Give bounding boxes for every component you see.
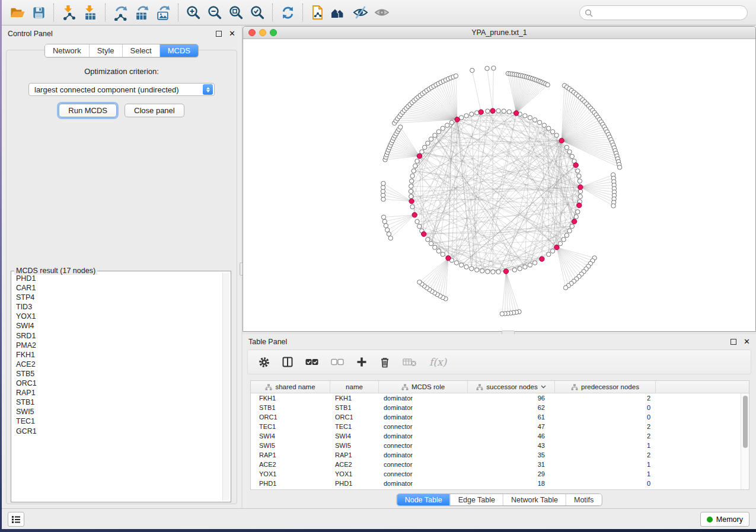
mcds-hub-node[interactable] (559, 138, 564, 143)
deselect-all-rows-button[interactable] (331, 354, 344, 370)
create-column-button[interactable] (356, 354, 367, 370)
save-session-button[interactable] (28, 3, 49, 22)
network-node[interactable] (550, 130, 554, 134)
table-cell[interactable]: connector (379, 422, 468, 431)
network-node[interactable] (454, 74, 458, 78)
import-network-button[interactable] (58, 3, 79, 22)
network-canvas[interactable] (243, 39, 755, 331)
network-node[interactable] (409, 184, 413, 188)
table-cell[interactable]: PHD1 (330, 479, 379, 488)
network-node[interactable] (564, 145, 569, 149)
mcds-hub-node[interactable] (412, 213, 417, 217)
zoom-in-button[interactable] (183, 3, 204, 22)
network-node[interactable] (409, 194, 413, 198)
network-node[interactable] (542, 123, 546, 127)
network-node[interactable] (492, 66, 496, 70)
table-cell[interactable]: 18 (468, 479, 555, 488)
network-node[interactable] (436, 130, 441, 134)
network-node[interactable] (415, 219, 419, 223)
network-node[interactable] (563, 286, 567, 290)
table-cell[interactable]: connector (379, 441, 468, 450)
tab-node-table[interactable]: Node Table (397, 494, 450, 505)
network-node[interactable] (528, 116, 532, 120)
float-table-panel-button[interactable] (731, 339, 736, 345)
network-node[interactable] (459, 263, 463, 267)
table-cell[interactable]: 2 (555, 431, 656, 441)
table-cell[interactable]: 1 (555, 441, 656, 450)
mcds-result-item[interactable]: CAR1 (16, 283, 221, 293)
network-node[interactable] (381, 181, 385, 185)
network-node[interactable] (537, 120, 541, 124)
mcds-result-item[interactable]: SRD1 (16, 331, 221, 341)
network-node[interactable] (480, 269, 484, 273)
network-window-titlebar[interactable]: YPA_prune.txt_1 (243, 27, 755, 39)
table-cell[interactable]: STB1 (330, 403, 379, 412)
table-cell[interactable]: PHD1 (251, 479, 330, 488)
close-table-panel-button[interactable]: ✕ (744, 339, 750, 345)
open-session-button[interactable] (7, 3, 28, 22)
network-node[interactable] (426, 141, 430, 145)
table-cell[interactable]: dominator (379, 450, 468, 460)
network-node[interactable] (429, 137, 433, 141)
network-node[interactable] (417, 280, 422, 284)
table-row[interactable]: SWI5SWI5connector431 (251, 441, 741, 450)
export-network-button[interactable] (110, 3, 131, 22)
mcds-result-item[interactable]: TID3 (16, 302, 221, 312)
network-node[interactable] (578, 194, 582, 198)
table-cell[interactable]: 0 (555, 403, 656, 412)
network-node[interactable] (436, 249, 441, 253)
table-cell[interactable]: dominator (379, 393, 468, 403)
table-cell[interactable]: 47 (468, 422, 555, 431)
delete-column-button[interactable] (379, 354, 390, 370)
network-node[interactable] (502, 109, 506, 113)
table-cell[interactable]: 1 (555, 460, 656, 469)
mcds-hub-node[interactable] (573, 163, 578, 168)
network-node[interactable] (570, 224, 574, 228)
network-node[interactable] (410, 204, 414, 209)
table-cell[interactable]: YOX1 (330, 469, 379, 479)
table-cell[interactable]: ORC1 (330, 412, 379, 422)
network-node[interactable] (475, 268, 479, 272)
network-node[interactable] (417, 224, 422, 228)
network-node[interactable] (546, 83, 550, 87)
hide-graphics-details-button[interactable] (350, 3, 371, 22)
table-cell[interactable]: 96 (468, 393, 555, 403)
mcds-hub-node[interactable] (490, 108, 495, 113)
column-header-successor-nodes[interactable]: successor nodes (468, 381, 555, 393)
import-table-button[interactable] (79, 3, 101, 22)
network-overview-button[interactable] (328, 3, 350, 22)
mcds-result-item[interactable]: GCR1 (16, 427, 221, 436)
network-node[interactable] (470, 68, 474, 72)
network-node[interactable] (381, 215, 385, 219)
table-cell[interactable]: TEC1 (251, 422, 330, 431)
mcds-hub-node[interactable] (577, 203, 582, 207)
network-node[interactable] (382, 219, 387, 223)
zoom-fit-button[interactable] (225, 3, 247, 22)
network-node[interactable] (412, 169, 416, 173)
table-cell[interactable]: dominator (379, 412, 468, 422)
network-node[interactable] (470, 267, 474, 271)
close-control-panel-button[interactable]: ✕ (229, 31, 235, 37)
table-cell[interactable]: SWI4 (330, 431, 379, 441)
network-node[interactable] (547, 126, 551, 130)
mcds-result-item[interactable]: PHD1 (16, 274, 221, 283)
network-node[interactable] (409, 189, 413, 193)
mcds-result-item[interactable]: SWI5 (16, 407, 221, 416)
network-node[interactable] (578, 179, 582, 183)
table-cell[interactable]: 61 (468, 412, 555, 422)
table-cell[interactable]: SWI5 (330, 441, 379, 450)
show-columns-button[interactable] (282, 354, 293, 370)
table-row[interactable]: ORC1ORC1dominator610 (251, 412, 741, 422)
network-node[interactable] (384, 223, 388, 227)
network-node[interactable] (523, 114, 527, 118)
table-cell[interactable]: ACE2 (330, 460, 379, 469)
close-panel-button[interactable]: Close panel (125, 104, 184, 117)
mcds-result-item[interactable]: STP4 (16, 293, 221, 302)
table-cell[interactable]: TEC1 (330, 422, 379, 431)
table-row[interactable]: YOX1YOX1connector291 (251, 469, 741, 479)
network-node[interactable] (550, 249, 554, 253)
network-node[interactable] (410, 179, 414, 183)
table-cell[interactable]: STB1 (251, 403, 330, 412)
mcds-result-item[interactable]: ACE2 (16, 360, 221, 369)
network-node[interactable] (532, 118, 537, 122)
